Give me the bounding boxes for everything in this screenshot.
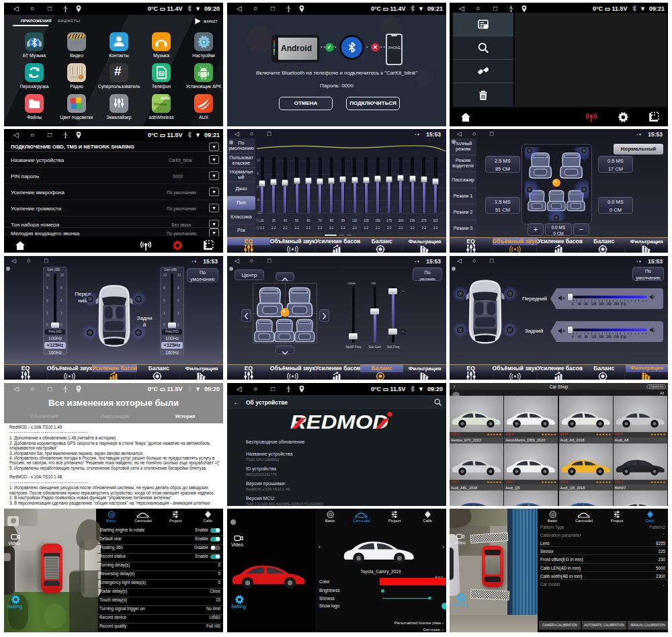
- svg-text:REDMOD: REDMOD: [290, 411, 388, 432]
